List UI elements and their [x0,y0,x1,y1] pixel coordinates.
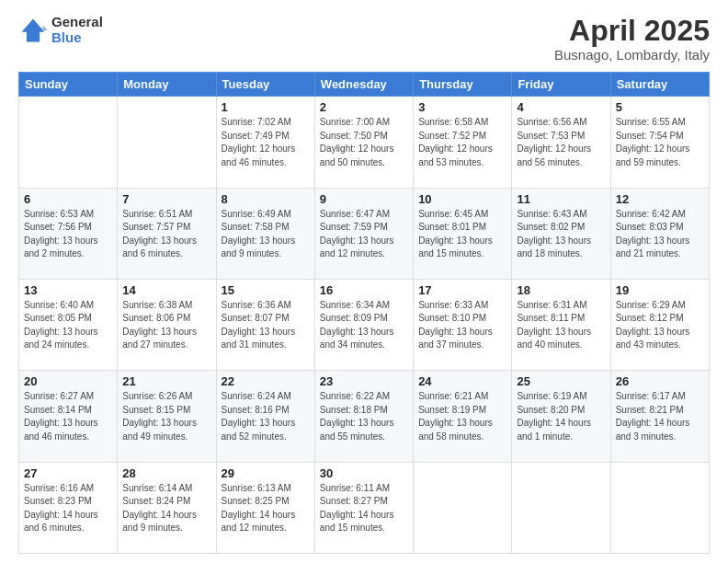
day-number: 6 [24,192,112,206]
col-thursday: Thursday [414,73,512,97]
day-info: Sunrise: 6:33 AM Sunset: 8:10 PM Dayligh… [418,299,506,352]
day-info: Sunrise: 6:51 AM Sunset: 7:57 PM Dayligh… [122,208,210,261]
day-info: Sunrise: 6:40 AM Sunset: 8:05 PM Dayligh… [24,299,112,352]
day-number: 14 [122,283,210,297]
calendar-week-row: 27Sunrise: 6:16 AM Sunset: 8:23 PM Dayli… [19,462,710,553]
day-number: 19 [616,283,704,297]
day-info: Sunrise: 6:26 AM Sunset: 8:15 PM Dayligh… [122,390,210,443]
day-number: 27 [24,466,112,480]
day-number: 18 [517,283,605,297]
day-info: Sunrise: 6:31 AM Sunset: 8:11 PM Dayligh… [517,299,605,352]
table-row: 28Sunrise: 6:14 AM Sunset: 8:24 PM Dayli… [118,462,216,553]
day-info: Sunrise: 7:00 AM Sunset: 7:50 PM Dayligh… [320,116,408,169]
table-row: 18Sunrise: 6:31 AM Sunset: 8:11 PM Dayli… [512,279,610,370]
calendar-week-row: 1Sunrise: 7:02 AM Sunset: 7:49 PM Daylig… [19,97,710,188]
calendar-week-row: 6Sunrise: 6:53 AM Sunset: 7:56 PM Daylig… [19,188,710,279]
svg-marker-0 [22,18,45,41]
col-monday: Monday [118,73,216,97]
day-number: 20 [24,374,112,388]
day-info: Sunrise: 6:56 AM Sunset: 7:53 PM Dayligh… [517,116,605,169]
day-info: Sunrise: 6:19 AM Sunset: 8:20 PM Dayligh… [517,390,605,443]
day-number: 28 [122,466,210,480]
day-info: Sunrise: 6:13 AM Sunset: 8:25 PM Dayligh… [222,482,310,535]
table-row: 19Sunrise: 6:29 AM Sunset: 8:12 PM Dayli… [610,279,709,370]
day-number: 8 [222,192,310,206]
day-info: Sunrise: 6:49 AM Sunset: 7:58 PM Dayligh… [222,208,310,261]
day-number: 23 [320,374,408,388]
logo: General Blue [18,15,103,45]
col-sunday: Sunday [19,73,118,97]
day-info: Sunrise: 6:24 AM Sunset: 8:16 PM Dayligh… [222,390,310,443]
day-number: 24 [418,374,506,388]
day-info: Sunrise: 6:34 AM Sunset: 8:09 PM Dayligh… [320,299,408,352]
table-row: 23Sunrise: 6:22 AM Sunset: 8:18 PM Dayli… [314,371,413,462]
table-row: 8Sunrise: 6:49 AM Sunset: 7:58 PM Daylig… [216,188,314,279]
table-row: 15Sunrise: 6:36 AM Sunset: 8:07 PM Dayli… [216,279,314,370]
table-row: 9Sunrise: 6:47 AM Sunset: 7:59 PM Daylig… [314,188,413,279]
title-block: April 2025 Busnago, Lombardy, Italy [554,15,710,63]
table-row: 26Sunrise: 6:17 AM Sunset: 8:21 PM Dayli… [610,371,709,462]
table-row: 6Sunrise: 6:53 AM Sunset: 7:56 PM Daylig… [19,188,118,279]
day-info: Sunrise: 6:22 AM Sunset: 8:18 PM Dayligh… [320,390,408,443]
day-number: 30 [320,466,408,480]
day-number: 22 [222,374,310,388]
day-number: 9 [320,192,408,206]
table-row: 12Sunrise: 6:42 AM Sunset: 8:03 PM Dayli… [610,188,709,279]
table-row: 25Sunrise: 6:19 AM Sunset: 8:20 PM Dayli… [512,371,610,462]
calendar-header-row: Sunday Monday Tuesday Wednesday Thursday… [19,73,710,97]
table-row: 1Sunrise: 7:02 AM Sunset: 7:49 PM Daylig… [216,97,314,188]
day-info: Sunrise: 6:43 AM Sunset: 8:02 PM Dayligh… [517,208,605,261]
day-number: 7 [122,192,210,206]
day-info: Sunrise: 6:17 AM Sunset: 8:21 PM Dayligh… [616,390,704,443]
day-number: 3 [418,100,506,114]
table-row: 14Sunrise: 6:38 AM Sunset: 8:06 PM Dayli… [118,279,216,370]
table-row: 16Sunrise: 6:34 AM Sunset: 8:09 PM Dayli… [314,279,413,370]
table-row [19,97,118,188]
day-number: 26 [616,374,704,388]
day-info: Sunrise: 6:42 AM Sunset: 8:03 PM Dayligh… [616,208,704,261]
table-row: 3Sunrise: 6:58 AM Sunset: 7:52 PM Daylig… [414,97,512,188]
day-info: Sunrise: 6:55 AM Sunset: 7:54 PM Dayligh… [616,116,704,169]
table-row: 21Sunrise: 6:26 AM Sunset: 8:15 PM Dayli… [118,371,216,462]
table-row: 4Sunrise: 6:56 AM Sunset: 7:53 PM Daylig… [512,97,610,188]
table-row [414,462,512,553]
logo-blue: Blue [51,30,103,46]
header: General Blue April 2025 Busnago, Lombard… [18,15,710,63]
logo-general: General [51,15,103,30]
table-row [118,97,216,188]
day-info: Sunrise: 6:38 AM Sunset: 8:06 PM Dayligh… [122,299,210,352]
day-number: 15 [222,283,310,297]
table-row [610,462,709,553]
table-row: 2Sunrise: 7:00 AM Sunset: 7:50 PM Daylig… [314,97,413,188]
calendar-table: Sunday Monday Tuesday Wednesday Thursday… [18,72,710,554]
day-number: 29 [222,466,310,480]
day-info: Sunrise: 6:58 AM Sunset: 7:52 PM Dayligh… [418,116,506,169]
table-row [512,462,610,553]
day-number: 1 [222,100,310,114]
table-row: 27Sunrise: 6:16 AM Sunset: 8:23 PM Dayli… [19,462,118,553]
day-number: 10 [418,192,506,206]
day-number: 11 [517,192,605,206]
calendar-week-row: 20Sunrise: 6:27 AM Sunset: 8:14 PM Dayli… [19,371,710,462]
col-wednesday: Wednesday [314,73,413,97]
table-row: 30Sunrise: 6:11 AM Sunset: 8:27 PM Dayli… [314,462,413,553]
logo-icon [18,16,48,45]
day-info: Sunrise: 6:11 AM Sunset: 8:27 PM Dayligh… [320,482,408,535]
day-number: 16 [320,283,408,297]
title-month: April 2025 [554,15,710,47]
day-number: 17 [418,283,506,297]
table-row: 7Sunrise: 6:51 AM Sunset: 7:57 PM Daylig… [118,188,216,279]
day-info: Sunrise: 6:45 AM Sunset: 8:01 PM Dayligh… [418,208,506,261]
day-info: Sunrise: 6:21 AM Sunset: 8:19 PM Dayligh… [418,390,506,443]
col-tuesday: Tuesday [216,73,314,97]
day-info: Sunrise: 6:29 AM Sunset: 8:12 PM Dayligh… [616,299,704,352]
table-row: 20Sunrise: 6:27 AM Sunset: 8:14 PM Dayli… [19,371,118,462]
day-number: 21 [122,374,210,388]
day-number: 5 [616,100,704,114]
day-info: Sunrise: 6:27 AM Sunset: 8:14 PM Dayligh… [24,390,112,443]
day-info: Sunrise: 7:02 AM Sunset: 7:49 PM Dayligh… [222,116,310,169]
page: General Blue April 2025 Busnago, Lombard… [0,0,728,563]
table-row: 11Sunrise: 6:43 AM Sunset: 8:02 PM Dayli… [512,188,610,279]
day-info: Sunrise: 6:36 AM Sunset: 8:07 PM Dayligh… [222,299,310,352]
day-info: Sunrise: 6:14 AM Sunset: 8:24 PM Dayligh… [122,482,210,535]
